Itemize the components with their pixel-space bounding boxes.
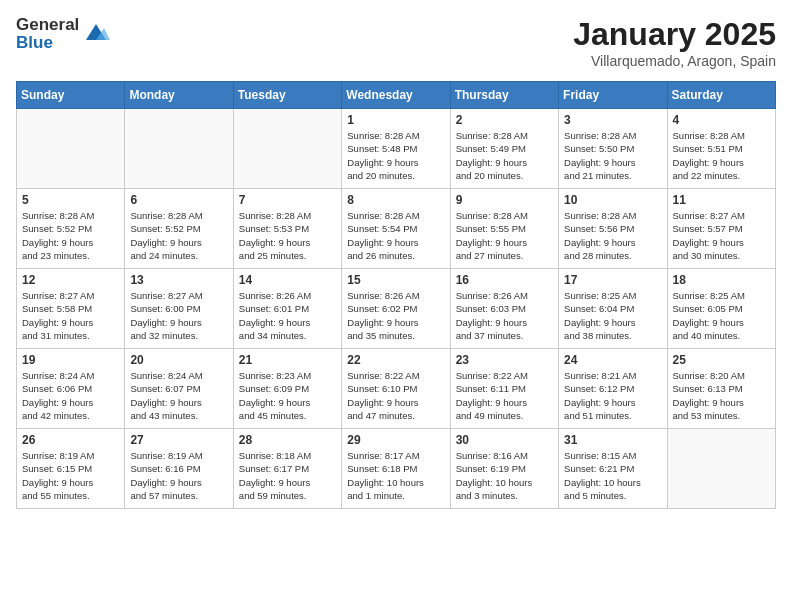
day-info: Sunrise: 8:20 AM Sunset: 6:13 PM Dayligh… [673,369,770,422]
month-title: January 2025 [573,16,776,53]
day-info: Sunrise: 8:26 AM Sunset: 6:03 PM Dayligh… [456,289,553,342]
day-number: 16 [456,273,553,287]
calendar-day-cell: 8Sunrise: 8:28 AM Sunset: 5:54 PM Daylig… [342,189,450,269]
day-info: Sunrise: 8:19 AM Sunset: 6:16 PM Dayligh… [130,449,227,502]
calendar-day-cell [125,109,233,189]
day-number: 14 [239,273,336,287]
day-number: 23 [456,353,553,367]
calendar-day-cell: 19Sunrise: 8:24 AM Sunset: 6:06 PM Dayli… [17,349,125,429]
calendar-day-cell: 3Sunrise: 8:28 AM Sunset: 5:50 PM Daylig… [559,109,667,189]
calendar-day-cell: 31Sunrise: 8:15 AM Sunset: 6:21 PM Dayli… [559,429,667,509]
day-number: 20 [130,353,227,367]
day-number: 2 [456,113,553,127]
day-number: 8 [347,193,444,207]
day-number: 7 [239,193,336,207]
day-info: Sunrise: 8:27 AM Sunset: 5:58 PM Dayligh… [22,289,119,342]
calendar-day-cell: 15Sunrise: 8:26 AM Sunset: 6:02 PM Dayli… [342,269,450,349]
day-number: 13 [130,273,227,287]
day-number: 29 [347,433,444,447]
day-number: 30 [456,433,553,447]
day-number: 31 [564,433,661,447]
day-info: Sunrise: 8:17 AM Sunset: 6:18 PM Dayligh… [347,449,444,502]
day-number: 12 [22,273,119,287]
day-info: Sunrise: 8:27 AM Sunset: 6:00 PM Dayligh… [130,289,227,342]
calendar-day-cell [233,109,341,189]
calendar-table: SundayMondayTuesdayWednesdayThursdayFrid… [16,81,776,509]
day-number: 22 [347,353,444,367]
day-info: Sunrise: 8:28 AM Sunset: 5:51 PM Dayligh… [673,129,770,182]
day-number: 26 [22,433,119,447]
day-info: Sunrise: 8:24 AM Sunset: 6:07 PM Dayligh… [130,369,227,422]
day-number: 4 [673,113,770,127]
weekday-header: Saturday [667,82,775,109]
day-info: Sunrise: 8:22 AM Sunset: 6:10 PM Dayligh… [347,369,444,422]
day-info: Sunrise: 8:28 AM Sunset: 5:52 PM Dayligh… [130,209,227,262]
calendar-day-cell: 11Sunrise: 8:27 AM Sunset: 5:57 PM Dayli… [667,189,775,269]
calendar-day-cell: 9Sunrise: 8:28 AM Sunset: 5:55 PM Daylig… [450,189,558,269]
weekday-header: Tuesday [233,82,341,109]
day-number: 27 [130,433,227,447]
logo: General Blue [16,16,110,52]
title-section: January 2025 Villarquemado, Aragon, Spai… [573,16,776,69]
calendar-day-cell: 7Sunrise: 8:28 AM Sunset: 5:53 PM Daylig… [233,189,341,269]
day-number: 9 [456,193,553,207]
calendar-day-cell: 30Sunrise: 8:16 AM Sunset: 6:19 PM Dayli… [450,429,558,509]
day-info: Sunrise: 8:25 AM Sunset: 6:04 PM Dayligh… [564,289,661,342]
calendar-day-cell: 6Sunrise: 8:28 AM Sunset: 5:52 PM Daylig… [125,189,233,269]
calendar-day-cell: 2Sunrise: 8:28 AM Sunset: 5:49 PM Daylig… [450,109,558,189]
day-info: Sunrise: 8:16 AM Sunset: 6:19 PM Dayligh… [456,449,553,502]
day-number: 17 [564,273,661,287]
day-info: Sunrise: 8:26 AM Sunset: 6:01 PM Dayligh… [239,289,336,342]
day-number: 28 [239,433,336,447]
location: Villarquemado, Aragon, Spain [573,53,776,69]
calendar-day-cell: 17Sunrise: 8:25 AM Sunset: 6:04 PM Dayli… [559,269,667,349]
day-info: Sunrise: 8:25 AM Sunset: 6:05 PM Dayligh… [673,289,770,342]
logo-blue: Blue [16,34,79,52]
calendar-day-cell: 24Sunrise: 8:21 AM Sunset: 6:12 PM Dayli… [559,349,667,429]
calendar-week-row: 19Sunrise: 8:24 AM Sunset: 6:06 PM Dayli… [17,349,776,429]
day-number: 21 [239,353,336,367]
day-number: 19 [22,353,119,367]
day-info: Sunrise: 8:28 AM Sunset: 5:56 PM Dayligh… [564,209,661,262]
weekday-header: Wednesday [342,82,450,109]
calendar-day-cell: 20Sunrise: 8:24 AM Sunset: 6:07 PM Dayli… [125,349,233,429]
calendar-day-cell: 28Sunrise: 8:18 AM Sunset: 6:17 PM Dayli… [233,429,341,509]
logo-icon [82,18,110,46]
day-info: Sunrise: 8:28 AM Sunset: 5:50 PM Dayligh… [564,129,661,182]
calendar-week-row: 12Sunrise: 8:27 AM Sunset: 5:58 PM Dayli… [17,269,776,349]
page-header: General Blue January 2025 Villarquemado,… [16,16,776,69]
day-info: Sunrise: 8:23 AM Sunset: 6:09 PM Dayligh… [239,369,336,422]
day-number: 24 [564,353,661,367]
weekday-header: Monday [125,82,233,109]
day-number: 1 [347,113,444,127]
day-number: 15 [347,273,444,287]
calendar-day-cell [17,109,125,189]
day-info: Sunrise: 8:28 AM Sunset: 5:53 PM Dayligh… [239,209,336,262]
calendar-day-cell: 26Sunrise: 8:19 AM Sunset: 6:15 PM Dayli… [17,429,125,509]
calendar-day-cell: 25Sunrise: 8:20 AM Sunset: 6:13 PM Dayli… [667,349,775,429]
day-info: Sunrise: 8:28 AM Sunset: 5:54 PM Dayligh… [347,209,444,262]
calendar-week-row: 1Sunrise: 8:28 AM Sunset: 5:48 PM Daylig… [17,109,776,189]
weekday-header: Sunday [17,82,125,109]
calendar-day-cell: 21Sunrise: 8:23 AM Sunset: 6:09 PM Dayli… [233,349,341,429]
day-number: 25 [673,353,770,367]
weekday-header: Friday [559,82,667,109]
calendar-day-cell: 12Sunrise: 8:27 AM Sunset: 5:58 PM Dayli… [17,269,125,349]
day-info: Sunrise: 8:26 AM Sunset: 6:02 PM Dayligh… [347,289,444,342]
logo-general: General [16,16,79,34]
weekday-header: Thursday [450,82,558,109]
calendar-day-cell: 10Sunrise: 8:28 AM Sunset: 5:56 PM Dayli… [559,189,667,269]
day-info: Sunrise: 8:24 AM Sunset: 6:06 PM Dayligh… [22,369,119,422]
day-info: Sunrise: 8:18 AM Sunset: 6:17 PM Dayligh… [239,449,336,502]
calendar-day-cell: 16Sunrise: 8:26 AM Sunset: 6:03 PM Dayli… [450,269,558,349]
calendar-day-cell: 27Sunrise: 8:19 AM Sunset: 6:16 PM Dayli… [125,429,233,509]
calendar-week-row: 26Sunrise: 8:19 AM Sunset: 6:15 PM Dayli… [17,429,776,509]
calendar-week-row: 5Sunrise: 8:28 AM Sunset: 5:52 PM Daylig… [17,189,776,269]
day-info: Sunrise: 8:28 AM Sunset: 5:52 PM Dayligh… [22,209,119,262]
calendar-day-cell: 29Sunrise: 8:17 AM Sunset: 6:18 PM Dayli… [342,429,450,509]
day-number: 18 [673,273,770,287]
calendar-day-cell: 4Sunrise: 8:28 AM Sunset: 5:51 PM Daylig… [667,109,775,189]
day-info: Sunrise: 8:28 AM Sunset: 5:55 PM Dayligh… [456,209,553,262]
day-info: Sunrise: 8:19 AM Sunset: 6:15 PM Dayligh… [22,449,119,502]
calendar-day-cell: 14Sunrise: 8:26 AM Sunset: 6:01 PM Dayli… [233,269,341,349]
